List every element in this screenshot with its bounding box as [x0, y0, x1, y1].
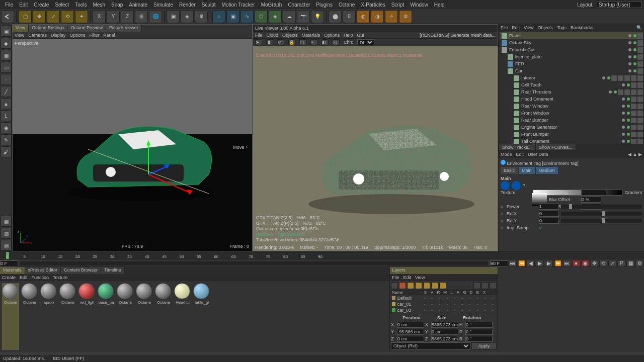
xp-settings-button[interactable]: ⚙ — [399, 10, 412, 23]
tl-nextframe-icon[interactable]: ▶ — [545, 260, 553, 267]
show-fcurves-button[interactable]: Show FCurves... — [535, 144, 576, 151]
mat-tab-timeline[interactable]: Timeline — [101, 267, 125, 274]
xp-5-button[interactable]: ✧ — [385, 10, 398, 23]
obj-menu-bookmarks[interactable]: Bookmarks — [571, 25, 593, 30]
attr-tab-medium[interactable]: Medium — [536, 167, 558, 174]
scale-tool[interactable]: ⤢ — [47, 10, 60, 23]
vp1-canvas[interactable]: Perspective Move + yxz FPS : 78.9 — [13, 39, 252, 251]
recent-tool[interactable]: ✦ — [75, 10, 88, 23]
coord-apply-button[interactable]: Apply — [471, 342, 497, 349]
blur-offset-input[interactable] — [581, 197, 601, 203]
coord-size-input[interactable] — [431, 329, 458, 335]
render-region-button[interactable]: ◈ — [181, 10, 194, 23]
xp-4-button[interactable]: ◑ — [371, 10, 384, 23]
lay-tb9-icon[interactable] — [481, 282, 489, 289]
tl-key-pos-icon[interactable]: ✥ — [590, 260, 598, 267]
attr-menu-edit[interactable]: Edit — [516, 152, 524, 157]
lay-tb3-icon[interactable] — [407, 282, 414, 289]
lv-chn-select[interactable]: DL — [357, 39, 374, 45]
material-item[interactable]: base_pa — [98, 283, 115, 350]
obj-menu-edit[interactable]: Edit — [512, 25, 520, 30]
y-axis-button[interactable]: Y — [107, 10, 120, 23]
vp1-menu-view[interactable]: View — [15, 33, 24, 38]
attr-menu-userdata[interactable]: User Data — [528, 152, 548, 157]
spline-button[interactable]: ∿ — [240, 10, 254, 23]
mat-tab-content[interactable]: Content Browser — [61, 267, 101, 274]
tree-row[interactable]: Interior — [500, 74, 643, 81]
lv-menu-file[interactable]: File — [255, 33, 263, 38]
vp1-tab-picture-viewer[interactable]: Picture Viewer — [106, 25, 142, 32]
lv-menu-gui[interactable]: Gui — [357, 33, 364, 38]
attr-menu-mode[interactable]: Mode — [501, 152, 512, 157]
layers-title[interactable]: Layers — [390, 267, 498, 274]
lay-tb7-icon[interactable] — [439, 282, 446, 289]
rotx-slider[interactable] — [561, 212, 642, 216]
snap-icon[interactable]: ▦ — [1, 216, 12, 227]
null-object-button[interactable]: ○ — [212, 10, 225, 23]
attr-nav-icons[interactable]: ◀ ▲ ▶ — [628, 152, 642, 157]
vp1-menu-filter[interactable]: Filter — [89, 33, 99, 38]
lv-menu-cloud[interactable]: Cloud — [267, 33, 279, 38]
axis-mode-icon[interactable]: L — [1, 110, 12, 121]
tree-row[interactable]: Car — [500, 67, 643, 74]
coord-size-input[interactable] — [431, 322, 458, 328]
coord-rot-input[interactable] — [465, 336, 493, 342]
timeline-scrub[interactable] — [20, 261, 488, 265]
material-item[interactable]: Octane — [21, 283, 38, 350]
cube-button[interactable]: ▣ — [226, 10, 239, 23]
lay-tb2-icon[interactable] — [399, 282, 406, 289]
layout-select[interactable] — [597, 1, 642, 8]
menu-mograph[interactable]: MoGraph — [258, 2, 285, 8]
camera-button[interactable]: 📷 — [297, 10, 310, 23]
generator-button[interactable]: ⬡ — [255, 10, 268, 23]
select-tool[interactable]: ▢ — [19, 10, 32, 23]
tl-nextkey-icon[interactable]: ⏩ — [554, 260, 562, 267]
tree-row[interactable]: Engine Generator — [500, 124, 643, 131]
lv-lock-icon[interactable]: 🔒 — [288, 39, 295, 45]
mat-tab-materials[interactable]: Materials — [0, 267, 25, 274]
coord-size-input[interactable] — [431, 336, 458, 342]
menu-tools[interactable]: Tools — [72, 2, 90, 8]
sampling-input[interactable] — [581, 190, 606, 196]
material-item[interactable]: Octane — [117, 283, 134, 350]
snap3-icon[interactable]: ▤ — [1, 240, 12, 251]
material-item[interactable]: apron — [40, 283, 57, 350]
z-axis-button[interactable]: Z — [121, 10, 134, 23]
object-mode-icon[interactable]: ◆ — [1, 38, 12, 49]
xp-1-button[interactable]: ⬤ — [329, 10, 342, 23]
coord-pos-input[interactable] — [397, 322, 424, 328]
model-mode-icon[interactable]: ▣ — [1, 26, 12, 37]
snap2-icon[interactable]: ▨ — [1, 228, 12, 239]
tree-row[interactable]: Rear Bumper — [500, 117, 643, 124]
menu-script[interactable]: Script — [388, 2, 408, 8]
menu-edit[interactable]: Edit — [16, 2, 31, 8]
uv-mode-icon[interactable]: ◉ — [1, 122, 12, 133]
tl-key-param-icon[interactable]: P — [617, 260, 625, 267]
menu-create[interactable]: Create — [31, 2, 52, 8]
tl-end-input[interactable] — [490, 260, 508, 266]
attr-tab-basic[interactable]: Basic — [501, 167, 518, 174]
menu-mesh[interactable]: Mesh — [90, 2, 108, 8]
vp1-tab-octane-preview[interactable]: Octane Preview — [67, 25, 106, 32]
mat-menu-texture[interactable]: Texture — [53, 275, 68, 280]
tweak-mode-icon[interactable]: ✎ — [1, 134, 12, 145]
lv-menu-help[interactable]: Help — [344, 33, 353, 38]
lay-tb5-icon[interactable] — [423, 282, 430, 289]
menu-render[interactable]: Render — [176, 2, 199, 8]
lay-menu-file[interactable]: File — [392, 275, 399, 280]
menu-plugins[interactable]: Plugins — [313, 2, 336, 8]
attr-tab-main[interactable]: Main — [519, 167, 535, 174]
lay-menu-edit[interactable]: Edit — [404, 275, 412, 280]
tree-row[interactable]: FFD — [500, 60, 643, 67]
menu-character[interactable]: Character — [285, 2, 313, 8]
tree-row[interactable]: Front Bumper — [500, 131, 643, 138]
deformer-button[interactable]: ◈ — [269, 10, 282, 23]
rotate-tool[interactable]: ⟲ — [61, 10, 74, 23]
tl-key-scale-icon[interactable]: ⤢ — [608, 260, 616, 267]
menu-window[interactable]: Window — [407, 2, 431, 8]
roty-input[interactable] — [539, 218, 559, 224]
tree-row[interactable]: OctaneSky — [500, 39, 643, 46]
tl-record-icon[interactable]: ● — [572, 260, 580, 267]
power-slider[interactable] — [561, 205, 642, 209]
render-button[interactable]: ▣ — [167, 10, 180, 23]
